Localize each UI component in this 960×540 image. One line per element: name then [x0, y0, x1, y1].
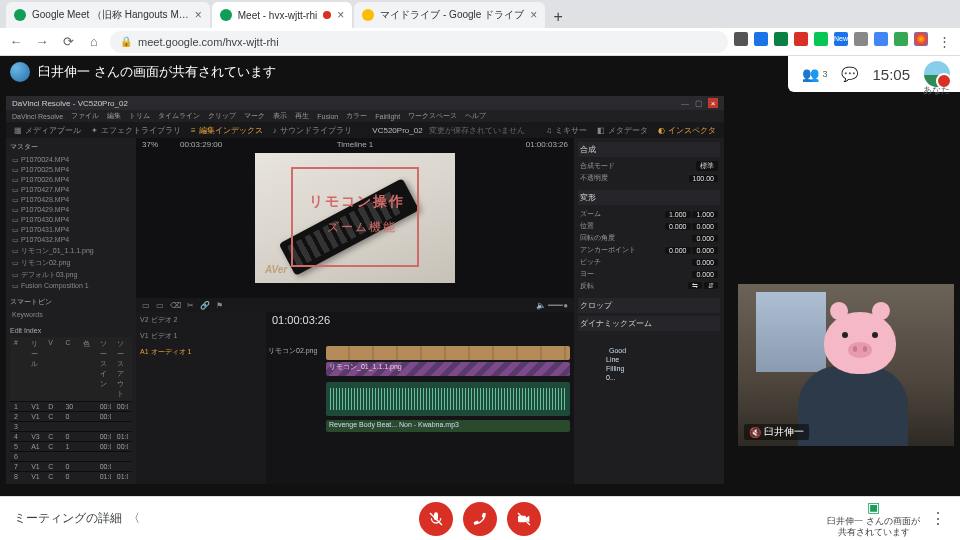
tool-icon[interactable]: ▭ — [156, 301, 164, 310]
video-clip[interactable] — [326, 346, 570, 360]
index-row[interactable]: 1V1D3000:00:00:0000:00:00:00 — [10, 401, 132, 411]
close-icon[interactable]: × — [530, 8, 537, 22]
clip-item[interactable]: ▭ リモコン02.png — [10, 257, 132, 269]
clip-item[interactable]: ▭ P1070431.MP4 — [10, 225, 132, 235]
clip-item[interactable]: ▭ Fusion Composition 1 — [10, 281, 132, 291]
opacity-input[interactable]: 100.00 — [689, 175, 718, 182]
timeline[interactable]: V2 ビデオ 2 V1 ビデオ 1 A1 オーディオ 1 01:00:03:26… — [136, 312, 574, 484]
participant-tile[interactable]: 🔇 臼井伸一 — [738, 284, 954, 446]
new-tab-button[interactable]: + — [547, 6, 569, 28]
line-ext-icon[interactable] — [814, 32, 828, 46]
index-row[interactable]: 7V1C000:00:11:11 — [10, 461, 132, 471]
clip-item[interactable]: ▭ P1070024.MP4 — [10, 155, 132, 165]
tool-icon[interactable]: ⌫ — [170, 301, 181, 310]
clip-item[interactable]: ▭ P1070430.MP4 — [10, 215, 132, 225]
menu-item[interactable]: Fusion — [317, 113, 338, 120]
smartbin-label[interactable]: スマートビン — [10, 297, 132, 307]
menu-item[interactable]: Fairlight — [375, 113, 400, 120]
clip-item[interactable]: ▭ P1070428.MP4 — [10, 195, 132, 205]
reload-button[interactable]: ⟳ — [58, 32, 78, 52]
ext-icon[interactable] — [754, 32, 768, 46]
meeting-details-button[interactable]: ミーティングの詳細 〈 — [14, 510, 140, 527]
menu-item[interactable]: ヘルプ — [465, 111, 486, 121]
tab-0[interactable]: Google Meet （旧称 Hangouts M… × — [6, 2, 210, 28]
menu-item[interactable]: トリム — [129, 111, 150, 121]
master-bin[interactable]: マスター — [10, 142, 132, 152]
maximize-icon[interactable]: ▢ — [694, 98, 704, 108]
people-button[interactable]: 👥3 — [802, 66, 827, 82]
tab-media[interactable]: ▦ メディアプール — [14, 125, 81, 136]
clip-item[interactable]: ▭ P1070429.MP4 — [10, 205, 132, 215]
close-icon[interactable]: × — [708, 98, 718, 108]
ext-icon[interactable] — [894, 32, 908, 46]
video-clip[interactable]: リモコン_01_1.1.1.png — [326, 362, 570, 376]
davinci-menubar[interactable]: DaVinci Resolveファイル編集トリムタイムラインクリップマーク表示再… — [6, 110, 724, 122]
ext-icon[interactable] — [774, 32, 788, 46]
home-button[interactable]: ⌂ — [84, 32, 104, 52]
ext-icon[interactable] — [794, 32, 808, 46]
clip-item[interactable]: ▭ P1070432.MP4 — [10, 235, 132, 245]
menu-item[interactable]: 表示 — [273, 111, 287, 121]
menu-item[interactable]: ワークスペース — [408, 111, 457, 121]
ext-icon[interactable] — [874, 32, 888, 46]
audio-clip[interactable]: Revenge Body Beat... Non - Kwabna.mp3 — [326, 420, 570, 432]
minimize-icon[interactable]: — — [680, 98, 690, 108]
tab-index[interactable]: ≡ 編集インデックス — [191, 125, 263, 136]
tab-1[interactable]: Meet - hvx-wjtt-rhi × — [212, 2, 352, 28]
index-row[interactable]: 2V1C000:00:00:00 — [10, 411, 132, 421]
index-row[interactable]: 6 — [10, 451, 132, 461]
menu-item[interactable]: ファイル — [71, 111, 99, 121]
index-row[interactable]: 8V1C001:00:14:2301:00:14:23 — [10, 471, 132, 481]
inspector-section[interactable]: ダイナミックズーム — [578, 316, 720, 331]
ext-new-icon[interactable]: New — [834, 32, 848, 46]
clip-item[interactable]: ▭ P1070026.MP4 — [10, 175, 132, 185]
tool-icon[interactable]: ⚑ — [216, 301, 223, 310]
tab-effects[interactable]: ✦ エフェクトライブラリ — [91, 125, 181, 136]
menu-icon[interactable]: ⋮ — [934, 32, 954, 52]
inspector-section[interactable]: 変形 — [578, 190, 720, 205]
ext-icon[interactable] — [854, 32, 868, 46]
source-viewer[interactable]: 37% 00:03:29:00 01:00:03:26 Timeline 1 リ… — [136, 138, 574, 298]
index-row[interactable]: 3 — [10, 421, 132, 431]
forward-button[interactable]: → — [32, 32, 52, 52]
menu-item[interactable]: タイムライン — [158, 111, 200, 121]
url-input[interactable]: 🔒 meet.google.com/hvx-wjtt-rhi — [110, 31, 728, 53]
chat-button[interactable]: 💬 — [841, 66, 858, 82]
clip-item[interactable]: ▭ リモコン_01_1.1.1.png — [10, 245, 132, 257]
audio-clip[interactable] — [326, 382, 570, 416]
timeline-toolbar[interactable]: ▭▭ ⌫✂ 🔗⚑ 🔈 ━━━● — [136, 298, 574, 312]
tab-inspector[interactable]: ◐ インスペクタ — [658, 125, 716, 136]
tab-2[interactable]: マイドライブ - Google ドライブ × — [354, 2, 545, 28]
clip-item[interactable]: ▭ デフォルト03.png — [10, 269, 132, 281]
tool-icon[interactable]: ✂ — [187, 301, 194, 310]
tool-icon[interactable]: 🔗 — [200, 301, 210, 310]
menu-item[interactable]: 編集 — [107, 111, 121, 121]
inspector-section[interactable]: クロップ — [578, 298, 720, 313]
index-row[interactable]: 4V3C000:00:00:1801:00:03:18 — [10, 431, 132, 441]
clip-item[interactable]: ▭ P1070427.MP4 — [10, 185, 132, 195]
presenting-indicator[interactable]: ▣ 臼井伸一 さんの画面が 共有されています — [827, 499, 920, 537]
clip-item[interactable]: ▭ P1070025.MP4 — [10, 165, 132, 175]
back-button[interactable]: ← — [6, 32, 26, 52]
tab-metadata[interactable]: ◧ メタデータ — [597, 125, 648, 136]
mic-button[interactable] — [419, 502, 453, 536]
inspector-section[interactable]: 合成 — [578, 142, 720, 157]
menu-item[interactable]: クリップ — [208, 111, 236, 121]
camera-button[interactable] — [507, 502, 541, 536]
keywords-bin[interactable]: Keywords — [10, 310, 132, 319]
index-row[interactable]: 5A1C100:00:03:0100:00:03:01 — [10, 441, 132, 451]
tab-mixer[interactable]: ♫ ミキサー — [546, 125, 587, 136]
close-icon[interactable]: × — [195, 8, 202, 22]
menu-item[interactable]: 再生 — [295, 111, 309, 121]
profile-icon[interactable] — [914, 32, 928, 46]
more-options-button[interactable]: ⋮ — [930, 509, 946, 528]
menu-item[interactable]: DaVinci Resolve — [12, 113, 63, 120]
hangup-button[interactable] — [463, 502, 497, 536]
tool-icon[interactable]: ▭ — [142, 301, 150, 310]
ext-icon[interactable] — [734, 32, 748, 46]
menu-item[interactable]: マーク — [244, 111, 265, 121]
close-icon[interactable]: × — [337, 8, 344, 22]
composite-mode[interactable]: 標準 — [696, 161, 718, 171]
tab-sound[interactable]: ♪ サウンドライブラリ — [273, 125, 352, 136]
menu-item[interactable]: カラー — [346, 111, 367, 121]
